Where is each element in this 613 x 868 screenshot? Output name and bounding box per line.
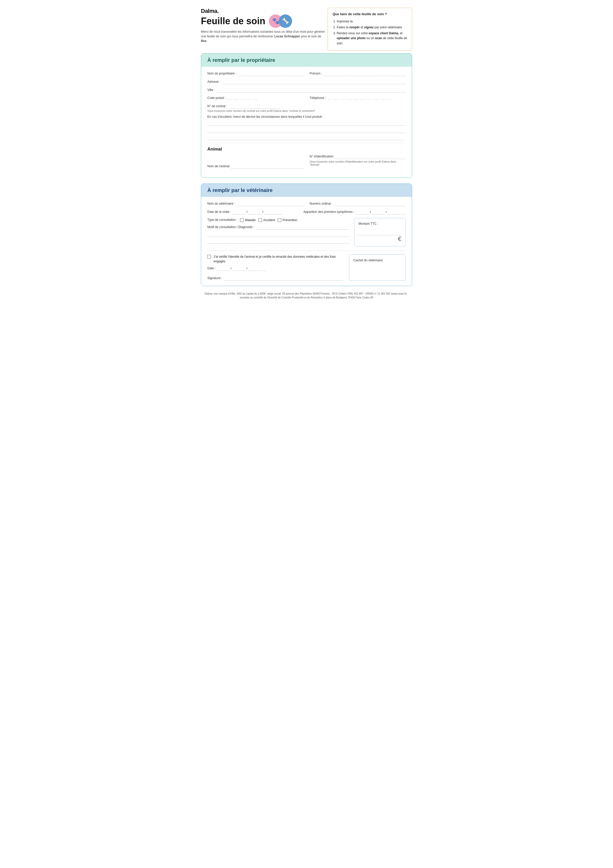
accident-line1[interactable] (207, 121, 406, 126)
contrat-label: N° de contrat : (207, 104, 227, 109)
info-step-2: Faites la remplir et signez par votre vé… (337, 25, 407, 30)
cert-text: J'ai vérifié l'identité de l'animal et j… (214, 254, 343, 264)
cachet-label: Cachet du vétérinaire (353, 259, 383, 262)
cachet-box: Cachet du vétérinaire (349, 254, 406, 281)
telephone-label: Téléphone : (310, 96, 326, 101)
cert-date-month[interactable] (232, 266, 245, 271)
prenom-input-line[interactable] (324, 71, 406, 76)
prenom-label: Prénom : (310, 72, 322, 76)
identification-field: N° d'identification Vous trouverez votre… (310, 154, 406, 169)
info-step-1: Imprimez la (337, 19, 407, 24)
info-box-title: Que faire de cette feuille de soin ? (333, 12, 407, 17)
vet-section-body: Nom du vétérinaire : Numéro ordinal : Da… (201, 197, 412, 286)
nom-animal-field: Nom de l'animal (207, 164, 303, 169)
apparition-month[interactable] (372, 210, 384, 214)
date-visite-month[interactable] (249, 210, 262, 214)
date-visite-row: Date de la visite : / / Apparition des p… (207, 210, 406, 214)
info-box: Que faire de cette feuille de soin ? Imp… (328, 8, 412, 51)
cert-checkbox[interactable] (207, 255, 211, 259)
euro-symbol: € (398, 235, 401, 242)
date-visite-field: Date de la visite : / / (207, 210, 297, 214)
contrat-note: Vous trouverez votre numéro de contrat s… (207, 109, 406, 112)
vet-nom-input-line[interactable] (237, 202, 303, 206)
apparition-day[interactable] (356, 210, 369, 214)
identification-label: N° d'identification (310, 155, 333, 159)
date-visite-day[interactable] (232, 210, 245, 214)
bone-icon: 🦴 (279, 14, 292, 28)
vet-nom-label: Nom du vétérinaire : (207, 202, 235, 206)
owner-section-body: Nom du propriétaire : Prénom : Adresse :… (201, 67, 412, 178)
telephone-field: Téléphone : __ __ __ __ __ __ __ __ __ _… (310, 96, 406, 101)
info-box-steps: Imprimez la Faites la remplir et signez … (333, 19, 407, 46)
signature-label: Signature : (207, 276, 222, 281)
cert-row: J'ai vérifié l'identité de l'animal et j… (207, 254, 406, 281)
apparition-inputs: / / (356, 210, 406, 214)
checkbox-maladie[interactable]: Maladie (240, 218, 256, 222)
cert-date-row: Date : / / (207, 266, 343, 271)
telephone-placeholder: __ __ __ __ __ __ __ __ __ __ (327, 96, 392, 101)
contrat-input-line[interactable] (229, 104, 280, 109)
numero-ordinal-label: Numéro ordinal : (310, 202, 333, 206)
nom-input-line[interactable] (238, 71, 303, 76)
date-visite-year[interactable] (264, 210, 282, 214)
identification-input-line[interactable] (335, 154, 406, 159)
checkbox-prevention-box[interactable] (278, 218, 281, 222)
accident-type-label: Accident (263, 218, 275, 222)
ville-input-line[interactable] (216, 88, 406, 93)
ville-row: Ville : (207, 88, 406, 93)
accident-label: En cas d'accident, merci de décrire les … (207, 115, 406, 119)
identification-note: Vous trouverez votre numéro d'identifaca… (310, 160, 406, 166)
motif-line3[interactable] (207, 239, 349, 243)
montant-box: Montant TTC : € (354, 218, 406, 246)
vet-section-header: À remplir par le vétérinaire (201, 184, 412, 197)
footer: Dalma, une marque d'Ollie, SAS au capita… (201, 292, 412, 299)
type-consultation-row: Type de consultation : Maladie Accident … (207, 218, 349, 222)
montant-label: Montant TTC : (359, 222, 378, 225)
motif-line2[interactable] (207, 232, 349, 237)
motif-row: Motif de consultation / Diagnostic : (207, 225, 349, 229)
accident-row: En cas d'accident, merci de décrire les … (207, 115, 406, 140)
motif-input-line[interactable] (256, 225, 349, 229)
subtitle: Merci de nous transmettre les informatio… (201, 29, 328, 43)
date-visite-label: Date de la visite : (207, 210, 231, 214)
logo: Dalma. (201, 8, 328, 14)
vet-nom-ordinal-row: Nom du vétérinaire : Numéro ordinal : (207, 202, 406, 206)
page-title: Feuille de soin (201, 16, 265, 26)
contrat-field: N° de contrat : (207, 104, 406, 109)
owner-section-header: À remplir par le propriétaire (201, 54, 412, 67)
checkbox-accident[interactable]: Accident (259, 218, 275, 222)
signature-row: Signature : (207, 276, 343, 281)
nom-animal-input-line[interactable] (231, 164, 303, 169)
numero-ordinal-field: Numéro ordinal : (310, 202, 406, 206)
owner-section: À remplir par le propriétaire Nom du pro… (201, 53, 412, 178)
animal-title: Animal (207, 147, 406, 152)
cert-date-year[interactable] (248, 266, 266, 271)
checkbox-accident-box[interactable] (259, 218, 262, 222)
adresse-input-line[interactable] (222, 80, 406, 84)
numero-ordinal-input-line[interactable] (334, 202, 406, 206)
accident-line2[interactable] (207, 128, 406, 133)
signature-input-line[interactable] (224, 276, 343, 281)
cert-left: J'ai vérifié l'identité de l'animal et j… (207, 254, 343, 281)
apparition-year[interactable] (388, 210, 406, 214)
checkbox-maladie-box[interactable] (240, 218, 244, 222)
cert-date-day[interactable] (217, 266, 229, 271)
montant-input-line[interactable] (359, 231, 401, 235)
pet-icon: 🐾 🦴 (269, 14, 292, 28)
nom-animal-label: Nom de l'animal (207, 164, 229, 169)
code-postal-placeholder: __ __ __ __ __ (227, 96, 259, 101)
cert-date-label: Date : (207, 267, 215, 271)
code-tel-row: Code postal : __ __ __ __ __ Téléphone :… (207, 96, 406, 101)
checkbox-prevention[interactable]: Prévention (278, 218, 297, 222)
type-consultation-label: Type de consultation : (207, 218, 237, 222)
nom-label: Nom du propriétaire : (207, 72, 237, 76)
accident-line3[interactable] (207, 136, 406, 140)
adresse-label: Adresse : (207, 80, 220, 84)
ville-label: Ville : (207, 88, 215, 93)
contrat-row: N° de contrat : Vous trouverez votre num… (207, 104, 406, 112)
vet-left-col: Type de consultation : Maladie Accident … (207, 218, 349, 246)
nom-field: Nom du propriétaire : (207, 71, 303, 76)
animal-row: Nom de l'animal N° d'identification Vous… (207, 154, 406, 169)
nom-prenom-row: Nom du propriétaire : Prénom : (207, 71, 406, 76)
apparition-field: Apparition des premiers symptômes : / / (303, 210, 406, 214)
